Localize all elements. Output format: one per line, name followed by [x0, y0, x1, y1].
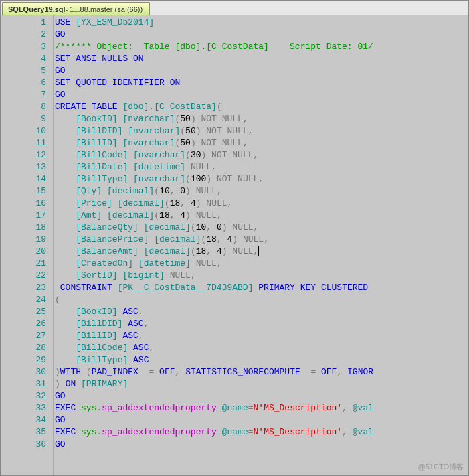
code-line[interactable]: [Amt] [decimal](18, 4) NULL,	[55, 210, 468, 222]
token-gy: NOT NULL	[211, 150, 253, 160]
token-op: (	[217, 102, 222, 112]
token-tk: [datetime]	[138, 258, 191, 268]
token-kw: GO	[55, 439, 66, 449]
token-plain	[211, 174, 217, 184]
token-tk: [PRIMARY]	[81, 379, 128, 389]
code-line[interactable]: (	[55, 294, 468, 306]
token-plain	[217, 427, 222, 437]
token-plain	[55, 150, 76, 160]
token-op: )	[185, 186, 191, 196]
code-line[interactable]: [BookID] [nvarchar](50) NOT NULL,	[55, 113, 468, 125]
code-line[interactable]: EXEC sys.sp_addextendedproperty @name=N'…	[55, 426, 468, 439]
code-line[interactable]: [Qty] [decimal](10, 0) NULL,	[55, 185, 468, 197]
code-line[interactable]: ) ON [PRIMARY]	[55, 378, 468, 390]
token-plain	[55, 138, 76, 148]
token-op: )	[222, 246, 227, 256]
code-line[interactable]: [BillCode] ASC,	[55, 342, 468, 354]
line-number: 6	[1, 77, 46, 89]
token-op: (	[86, 367, 92, 377]
token-kw: KEY	[300, 283, 316, 293]
code-editor[interactable]: USE [YX_ESM_Db2014]GO/****** Object: Tab…	[53, 15, 468, 475]
token-kw: STATISTICS_NORECOMPUTE	[185, 367, 300, 377]
token-gy: NULL	[196, 258, 217, 268]
token-plain	[138, 222, 144, 232]
code-line[interactable]: CONSTRAINT [PK__C_CostData__7D439ABD] PR…	[55, 282, 468, 294]
token-op: ,	[342, 427, 347, 437]
code-line[interactable]: GO	[55, 29, 468, 41]
token-gy: NULL	[243, 234, 264, 244]
token-gy: NOT NULL	[201, 114, 243, 124]
token-num: 50	[180, 138, 191, 148]
tab-active[interactable]: SQLQuery19.sql - 1...88.master (sa (66))	[2, 2, 150, 15]
code-line[interactable]: SET QUOTED_IDENTIFIER ON	[55, 77, 468, 89]
code-line[interactable]: SET ANSI_NULLS ON	[55, 53, 468, 65]
token-kw: IGNOR	[347, 367, 373, 377]
token-plain	[196, 138, 201, 148]
token-op: ,	[243, 138, 248, 148]
code-line[interactable]: [BalancePrice] [decimal](18, 4) NULL,	[55, 234, 468, 246]
token-plain	[191, 210, 196, 220]
code-line[interactable]: [BillID] [nvarchar](50) NOT NULL,	[55, 137, 468, 149]
line-number: 31	[1, 378, 46, 390]
token-op: )	[55, 367, 60, 377]
line-number: 32	[1, 390, 46, 402]
token-num: 18	[206, 234, 217, 244]
token-tk: [datetime]	[133, 162, 185, 172]
line-number: 14	[1, 173, 46, 185]
code-line[interactable]: [BalanceAmt] [decimal](18, 4) NULL,	[55, 246, 468, 258]
code-line[interactable]: GO	[55, 439, 468, 451]
tab-bar: SQLQuery19.sql - 1...88.master (sa (66))	[1, 1, 468, 15]
token-plain	[55, 283, 60, 293]
tab-filename: SQLQuery19.sql	[8, 5, 66, 13]
code-line[interactable]: [CreatedOn] [datetime] NULL,	[55, 258, 468, 270]
token-kw: ON	[66, 379, 76, 389]
code-line[interactable]: GO	[55, 390, 468, 402]
code-line[interactable]: GO	[55, 65, 468, 77]
token-plain	[191, 258, 196, 268]
token-tk: [nvarchar]	[122, 138, 175, 148]
token-tk: [BillType]	[76, 174, 128, 184]
line-number: 24	[1, 294, 46, 306]
code-line[interactable]: [SortID] [bigint] NULL,	[55, 270, 468, 282]
code-line[interactable]: [BookID] ASC,	[55, 306, 468, 318]
line-number: 16	[1, 197, 46, 210]
token-plain	[76, 403, 81, 413]
token-num: 10	[159, 186, 170, 196]
code-line[interactable]: [BillID] ASC,	[55, 330, 468, 342]
code-line[interactable]: USE [YX_ESM_Db2014]	[55, 17, 468, 29]
token-tk: [CreatedOn]	[76, 258, 133, 268]
code-line[interactable]: )WITH (PAD_INDEX = OFF, STATISTICS_NOREC…	[55, 366, 468, 378]
token-plain	[128, 355, 133, 365]
code-line[interactable]: [BillType] ASC	[55, 354, 468, 366]
line-number: 21	[1, 258, 46, 270]
token-op: )	[196, 198, 201, 208]
code-line[interactable]: [BillType] [nvarchar](100) NOT NULL,	[55, 173, 468, 185]
token-op: ,	[248, 126, 254, 136]
token-plain	[55, 126, 76, 136]
line-number: 23	[1, 282, 46, 294]
token-plain	[295, 283, 300, 293]
code-line[interactable]: GO	[55, 414, 468, 426]
code-line[interactable]: [BillDate] [datetime] NULL,	[55, 161, 468, 173]
token-tk: [BookID]	[76, 307, 117, 317]
code-line[interactable]: EXEC sys.sp_addextendedproperty @name=N'…	[55, 402, 468, 414]
code-line[interactable]: [BillCode] [nvarchar](30) NOT NULL,	[55, 149, 468, 161]
token-op: (	[55, 295, 60, 305]
code-line[interactable]: [BillDID] [nvarchar](50) NOT NULL,	[55, 125, 468, 137]
code-line[interactable]: [BillDID] ASC,	[55, 318, 468, 330]
code-line[interactable]: [BalanceQty] [decimal](10, 0) NULL,	[55, 222, 468, 234]
token-gy: NULL	[206, 198, 227, 208]
token-plain	[206, 150, 211, 160]
editor-area[interactable]: 1234567891011121314151617181920212223242…	[1, 15, 468, 475]
code-line[interactable]: CREATE TABLE [dbo].[C_CostData](	[55, 101, 468, 113]
token-plain	[55, 114, 76, 124]
token-tk: [Price]	[76, 198, 112, 208]
code-line[interactable]: GO	[55, 89, 468, 101]
token-op: ,	[138, 307, 144, 317]
code-line[interactable]: [Price] [decimal](18, 4) NULL,	[55, 197, 468, 210]
token-str: N'MS_Description'	[254, 403, 343, 413]
token-op: (	[154, 210, 159, 220]
token-str: N'MS_Description'	[254, 427, 343, 437]
code-line[interactable]: /****** Object: Table [dbo].[C_CostData]…	[55, 41, 468, 53]
token-sys: sys	[81, 403, 96, 413]
